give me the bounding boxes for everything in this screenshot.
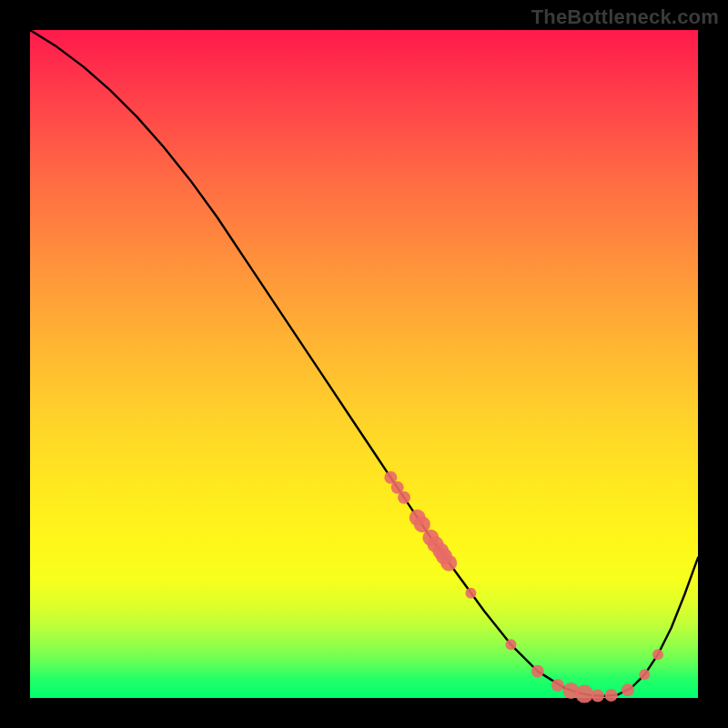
curve-marker [575, 685, 593, 703]
curve-marker [465, 588, 476, 599]
curve-marker [531, 665, 544, 678]
curve-marker [652, 649, 663, 660]
chart-frame: TheBottleneck.com [0, 0, 728, 728]
curve-marker [592, 689, 604, 702]
curve-marker [639, 669, 650, 680]
bottleneck-curve [30, 30, 698, 696]
plot-area [30, 30, 698, 698]
curve-marker [622, 683, 634, 696]
watermark-text: TheBottleneck.com [531, 5, 719, 29]
curve-marker [440, 555, 457, 571]
curve-marker [398, 491, 410, 504]
curve-marker [605, 689, 618, 702]
chart-svg [30, 30, 698, 698]
curve-marker [551, 679, 564, 692]
curve-markers [384, 471, 663, 703]
curve-marker [505, 639, 516, 650]
